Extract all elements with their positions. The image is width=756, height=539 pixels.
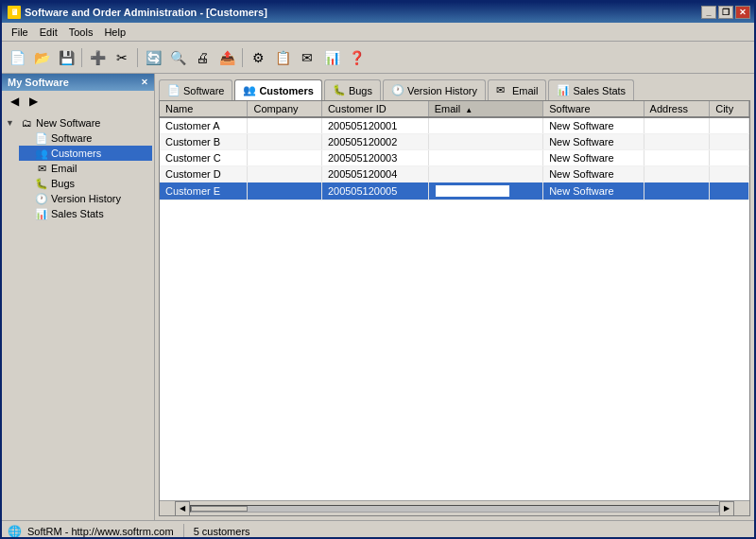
col-company[interactable]: Company [248, 101, 321, 117]
tree-item-software[interactable]: 📄 Software [19, 130, 152, 146]
sidebar-close-button[interactable]: ✕ [141, 78, 148, 87]
sort-indicator: ▲ [465, 106, 472, 114]
tree-item-version-history[interactable]: 🕐 Version History [19, 191, 152, 206]
tab-email[interactable]: ✉ Email [488, 79, 547, 100]
app-icon: 🖥 [8, 6, 21, 19]
refresh-button[interactable]: 🔄 [142, 46, 164, 69]
tree-root[interactable]: ▼ 🗂 New Software [4, 115, 152, 130]
tab-version-icon: 🕐 [391, 84, 404, 97]
table-row[interactable]: Customer B200505120002New Software [160, 134, 749, 150]
table-row[interactable]: Customer E200505120005New Software [160, 183, 749, 200]
menu-tools[interactable]: Tools [63, 25, 99, 40]
sidebar-title: My Software [8, 77, 69, 88]
tree-label-software: Software [51, 132, 92, 144]
email-input-cell[interactable] [435, 184, 510, 198]
tree-label-bugs: Bugs [51, 178, 75, 189]
tab-customers-icon: 👥 [243, 84, 256, 97]
col-address[interactable]: Address [644, 101, 710, 117]
toolbar: 📄 📂 💾 ➕ ✂ 🔄 🔍 🖨 📤 ⚙ 📋 ✉ 📊 ❓ [2, 42, 754, 74]
table-row[interactable]: Customer C200505120003New Software [160, 150, 749, 166]
tree-item-bugs[interactable]: 🐛 Bugs [19, 176, 152, 191]
save-button[interactable]: 💾 [55, 46, 77, 69]
chart-button[interactable]: 📊 [320, 46, 343, 69]
delete-button[interactable]: ✂ [111, 46, 133, 69]
email-button[interactable]: ✉ [296, 46, 318, 69]
tab-sales-icon: 📊 [557, 84, 570, 97]
tree-item-email[interactable]: ✉ Email [19, 161, 152, 176]
sidebar-header: My Software ✕ [2, 74, 154, 91]
table-row[interactable]: Customer A200505120001New Software [160, 117, 749, 134]
tab-customers-label: Customers [259, 85, 313, 96]
email-icon: ✉ [34, 162, 49, 175]
minimize-button[interactable]: _ [701, 6, 716, 19]
version-history-icon: 🕐 [34, 192, 49, 205]
find-button[interactable]: 🔍 [166, 46, 189, 69]
tab-sales-label: Sales Stats [573, 85, 626, 96]
menu-help[interactable]: Help [98, 25, 131, 40]
horizontal-scrollbar[interactable]: ◀ ▶ [160, 500, 749, 515]
sales-stats-icon: 📊 [34, 207, 49, 220]
status-icon: 🌐 [8, 525, 22, 538]
tab-bar: 📄 Software 👥 Customers 🐛 Bugs 🕐 Version … [155, 74, 754, 100]
tab-version-label: Version History [407, 85, 477, 96]
tab-sales-stats[interactable]: 📊 Sales Stats [548, 79, 634, 100]
sidebar-forward-button[interactable]: ▶ [25, 93, 42, 110]
scroll-left-arrow[interactable]: ◀ [175, 501, 190, 516]
menu-edit[interactable]: Edit [34, 25, 63, 40]
tab-bugs[interactable]: 🐛 Bugs [324, 79, 381, 100]
tab-software-label: Software [183, 85, 224, 96]
window-title: Software and Order Administration - [Cus… [25, 7, 267, 18]
main-container: My Software ✕ ◀ ▶ ▼ 🗂 New Software 📄 Sof… [2, 74, 754, 520]
menu-file[interactable]: File [6, 25, 34, 40]
new-button[interactable]: 📄 [6, 46, 28, 69]
tree-item-sales-stats[interactable]: 📊 Sales Stats [19, 206, 152, 221]
col-name[interactable]: Name [160, 101, 248, 117]
config-button[interactable]: ⚙ [247, 46, 269, 69]
tree-children: 📄 Software 👥 Customers ✉ Email 🐛 Bugs [19, 130, 152, 221]
tree-item-customers[interactable]: 👥 Customers [19, 146, 152, 161]
sidebar-back-button[interactable]: ◀ [6, 93, 23, 110]
tab-customers[interactable]: 👥 Customers [234, 79, 321, 100]
tree-area: ▼ 🗂 New Software 📄 Software 👥 Customers [2, 112, 154, 520]
export-button[interactable]: 📤 [215, 46, 238, 69]
sidebar: My Software ✕ ◀ ▶ ▼ 🗂 New Software 📄 Sof… [2, 74, 155, 520]
tree-label-sales-stats: Sales Stats [51, 208, 104, 219]
software-icon: 📄 [34, 131, 49, 145]
customers-icon: 👥 [34, 147, 49, 160]
table-container: Name Company Customer ID Email ▲ Softwar… [159, 100, 750, 516]
status-count: 5 customers [194, 526, 250, 537]
col-city[interactable]: City [710, 101, 749, 117]
tree-root-label: New Software [36, 117, 100, 129]
col-email[interactable]: Email ▲ [428, 101, 542, 117]
tab-email-label: Email [512, 85, 539, 96]
bugs-icon: 🐛 [34, 177, 49, 190]
tab-bugs-label: Bugs [349, 85, 372, 96]
content-area: 📄 Software 👥 Customers 🐛 Bugs 🕐 Version … [155, 74, 754, 520]
scroll-right-arrow[interactable]: ▶ [719, 501, 734, 516]
tree-label-email: Email [51, 163, 77, 174]
status-separator [183, 524, 184, 539]
scrollbar-track[interactable] [190, 505, 719, 513]
tab-software-icon: 📄 [167, 84, 180, 97]
title-bar: 🖥 Software and Order Administration - [C… [2, 2, 754, 23]
print-button[interactable]: 🖨 [191, 46, 214, 69]
scrollbar-thumb[interactable] [191, 506, 248, 512]
table-scroll[interactable]: Name Company Customer ID Email ▲ Softwar… [160, 101, 749, 500]
restore-button[interactable]: ❐ [718, 6, 733, 19]
open-button[interactable]: 📂 [30, 46, 53, 69]
close-button[interactable]: ✕ [735, 6, 750, 19]
tab-software[interactable]: 📄 Software [159, 79, 232, 100]
add-button[interactable]: ➕ [86, 46, 109, 69]
sidebar-toolbar: ◀ ▶ [2, 91, 154, 112]
col-software[interactable]: Software [543, 101, 644, 117]
tab-email-icon: ✉ [496, 84, 509, 97]
tree-label-version-history: Version History [51, 193, 121, 204]
tab-version-history[interactable]: 🕐 Version History [383, 79, 486, 100]
table-row[interactable]: Customer D200505120004New Software [160, 166, 749, 183]
tree-label-customers: Customers [51, 148, 101, 159]
report-button[interactable]: 📋 [271, 46, 294, 69]
status-url: SoftRM - http://www.softrm.com [27, 526, 174, 537]
col-customer-id[interactable]: Customer ID [321, 101, 428, 117]
help-btn[interactable]: ❓ [345, 46, 368, 69]
separator-1 [81, 48, 82, 67]
